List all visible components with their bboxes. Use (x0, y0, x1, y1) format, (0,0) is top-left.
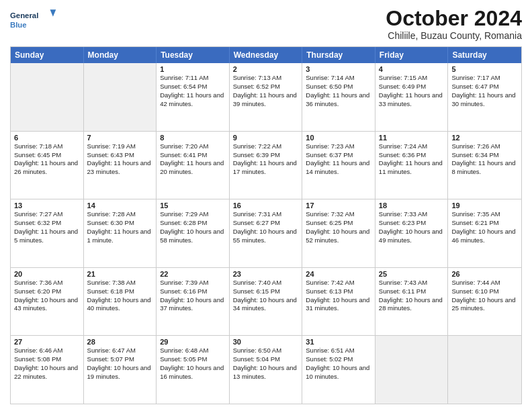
calendar-cell: 14Sunrise: 7:28 AMSunset: 6:30 PMDayligh… (84, 199, 157, 267)
day-number: 7 (87, 134, 153, 142)
sunrise-text: Sunrise: 7:31 AM (233, 210, 299, 219)
header: General Blue October 2024 Chiliile, Buza… (10, 7, 522, 41)
daylight-text: Daylight: 11 hours and 20 minutes. (160, 159, 226, 177)
sunrise-text: Sunrise: 6:50 AM (233, 347, 299, 355)
calendar-cell: 27Sunrise: 6:46 AMSunset: 5:08 PMDayligh… (11, 336, 84, 404)
sunset-text: Sunset: 6:20 PM (14, 287, 80, 296)
sunrise-text: Sunrise: 7:40 AM (233, 279, 299, 287)
daylight-text: Daylight: 10 hours and 31 minutes. (306, 296, 371, 314)
day-number: 17 (306, 201, 371, 210)
sunrise-text: Sunrise: 7:43 AM (379, 279, 445, 287)
calendar-cell: 7Sunrise: 7:19 AMSunset: 6:43 PMDaylight… (84, 132, 157, 199)
day-number: 11 (379, 134, 445, 142)
sunrise-text: Sunrise: 7:39 AM (160, 279, 226, 287)
calendar-cell (11, 63, 84, 131)
day-of-week-header: Friday (375, 47, 449, 63)
calendar-week-row: 1Sunrise: 7:11 AMSunset: 6:54 PMDaylight… (11, 63, 521, 132)
calendar-cell: 6Sunrise: 7:18 AMSunset: 6:45 PMDaylight… (11, 132, 84, 199)
sunrise-text: Sunrise: 6:48 AM (160, 347, 226, 355)
day-number: 29 (160, 338, 226, 346)
calendar-week-row: 13Sunrise: 7:27 AMSunset: 6:32 PMDayligh… (11, 199, 521, 268)
sunset-text: Sunset: 6:25 PM (306, 219, 371, 228)
daylight-text: Daylight: 11 hours and 11 minutes. (379, 159, 445, 177)
sunset-text: Sunset: 5:08 PM (14, 355, 80, 364)
daylight-text: Daylight: 11 hours and 26 minutes. (14, 159, 80, 177)
sunrise-text: Sunrise: 7:35 AM (451, 210, 518, 219)
logo: General Blue (10, 7, 57, 34)
day-number: 28 (87, 338, 153, 346)
day-number: 2 (233, 65, 299, 73)
day-number: 12 (451, 134, 518, 142)
sunrise-text: Sunrise: 6:47 AM (87, 347, 153, 355)
calendar-cell: 15Sunrise: 7:29 AMSunset: 6:28 PMDayligh… (157, 199, 230, 267)
day-number: 24 (306, 270, 371, 278)
calendar-cell: 22Sunrise: 7:39 AMSunset: 6:16 PMDayligh… (157, 268, 230, 336)
calendar-cell: 2Sunrise: 7:13 AMSunset: 6:52 PMDaylight… (230, 63, 303, 131)
sunset-text: Sunset: 6:47 PM (451, 83, 518, 91)
sunrise-text: Sunrise: 6:46 AM (14, 347, 80, 355)
day-of-week-header: Thursday (302, 47, 375, 63)
sunrise-text: Sunrise: 7:32 AM (306, 210, 371, 219)
calendar-body: 1Sunrise: 7:11 AMSunset: 6:54 PMDaylight… (11, 63, 521, 404)
sunset-text: Sunset: 6:21 PM (451, 219, 518, 228)
sunrise-text: Sunrise: 7:29 AM (160, 210, 226, 219)
day-of-week-header: Wednesday (230, 47, 303, 63)
calendar-cell: 28Sunrise: 6:47 AMSunset: 5:07 PMDayligh… (84, 336, 157, 404)
day-number: 19 (451, 201, 518, 210)
day-of-week-header: Sunday (11, 47, 84, 63)
sunset-text: Sunset: 5:07 PM (87, 355, 153, 364)
day-number: 23 (233, 270, 299, 278)
calendar-week-row: 20Sunrise: 7:36 AMSunset: 6:20 PMDayligh… (11, 268, 521, 336)
sunrise-text: Sunrise: 7:14 AM (306, 74, 371, 83)
sunset-text: Sunset: 6:36 PM (379, 151, 445, 160)
sunset-text: Sunset: 6:52 PM (233, 83, 299, 91)
sunrise-text: Sunrise: 7:13 AM (233, 74, 299, 83)
sunrise-text: Sunrise: 6:51 AM (306, 347, 371, 355)
daylight-text: Daylight: 11 hours and 33 minutes. (379, 91, 445, 109)
sunset-text: Sunset: 5:04 PM (233, 355, 299, 364)
sunset-text: Sunset: 6:41 PM (160, 151, 226, 160)
daylight-text: Daylight: 11 hours and 8 minutes. (451, 159, 518, 177)
sunrise-text: Sunrise: 7:38 AM (87, 279, 153, 287)
daylight-text: Daylight: 10 hours and 55 minutes. (233, 228, 299, 245)
daylight-text: Daylight: 11 hours and 23 minutes. (87, 159, 153, 177)
daylight-text: Daylight: 11 hours and 5 minutes. (14, 228, 80, 245)
calendar-cell: 1Sunrise: 7:11 AMSunset: 6:54 PMDaylight… (157, 63, 230, 131)
day-number: 6 (14, 134, 80, 142)
sunrise-text: Sunrise: 7:15 AM (379, 74, 445, 83)
daylight-text: Daylight: 10 hours and 52 minutes. (306, 228, 371, 245)
sunrise-text: Sunrise: 7:11 AM (160, 74, 226, 83)
daylight-text: Daylight: 11 hours and 14 minutes. (306, 159, 371, 177)
daylight-text: Daylight: 10 hours and 13 minutes. (233, 364, 299, 381)
daylight-text: Daylight: 11 hours and 39 minutes. (233, 91, 299, 109)
sunset-text: Sunset: 6:37 PM (306, 151, 371, 160)
daylight-text: Daylight: 10 hours and 49 minutes. (379, 228, 445, 245)
day-number: 14 (87, 201, 153, 210)
sunrise-text: Sunrise: 7:23 AM (306, 142, 371, 151)
daylight-text: Daylight: 10 hours and 34 minutes. (233, 296, 299, 314)
sunset-text: Sunset: 6:30 PM (87, 219, 153, 228)
sunset-text: Sunset: 6:39 PM (233, 151, 299, 160)
sunset-text: Sunset: 6:45 PM (14, 151, 80, 160)
calendar-cell: 13Sunrise: 7:27 AMSunset: 6:32 PMDayligh… (11, 199, 84, 267)
sunrise-text: Sunrise: 7:44 AM (451, 279, 518, 287)
calendar-cell: 19Sunrise: 7:35 AMSunset: 6:21 PMDayligh… (448, 199, 521, 267)
sunset-text: Sunset: 6:54 PM (160, 83, 226, 91)
sunset-text: Sunset: 6:16 PM (160, 287, 226, 296)
calendar-cell: 20Sunrise: 7:36 AMSunset: 6:20 PMDayligh… (11, 268, 84, 336)
calendar-cell: 11Sunrise: 7:24 AMSunset: 6:36 PMDayligh… (375, 132, 449, 199)
day-number: 27 (14, 338, 80, 346)
sunrise-text: Sunrise: 7:42 AM (306, 279, 371, 287)
calendar-cell: 10Sunrise: 7:23 AMSunset: 6:37 PMDayligh… (302, 132, 375, 199)
day-number: 4 (379, 65, 445, 73)
calendar-cell (84, 63, 157, 131)
calendar-cell: 3Sunrise: 7:14 AMSunset: 6:50 PMDaylight… (302, 63, 375, 131)
daylight-text: Daylight: 10 hours and 58 minutes. (160, 228, 226, 245)
sunrise-text: Sunrise: 7:24 AM (379, 142, 445, 151)
daylight-text: Daylight: 10 hours and 43 minutes. (14, 296, 80, 314)
sunset-text: Sunset: 6:23 PM (379, 219, 445, 228)
day-of-week-header: Tuesday (157, 47, 230, 63)
day-number: 18 (379, 201, 445, 210)
sunrise-text: Sunrise: 7:33 AM (379, 210, 445, 219)
daylight-text: Daylight: 10 hours and 25 minutes. (451, 296, 518, 314)
